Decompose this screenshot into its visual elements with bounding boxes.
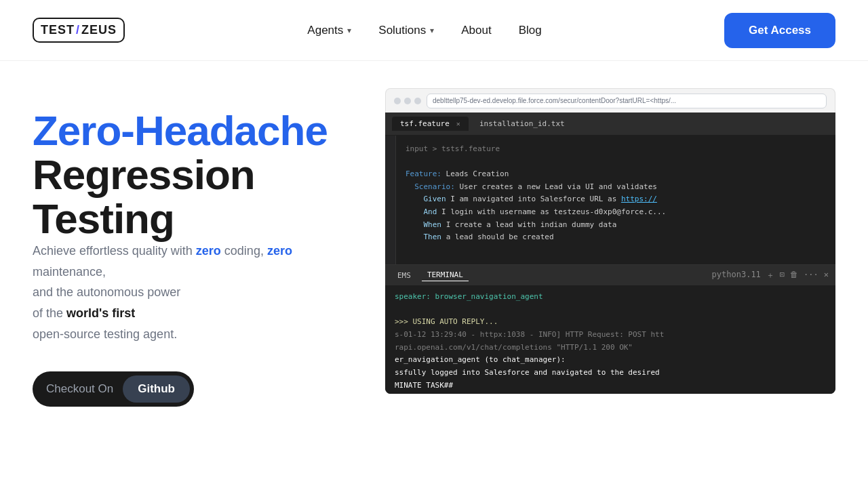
term-agent: er_navigation_agent (to chat_manager): (395, 354, 826, 367)
chevron-down-icon: ▾ (430, 26, 434, 35)
vscode-terminal: EMS TERMINAL python3.11 ＋ ⊡ 🗑 ··· ✕ spea… (385, 264, 835, 394)
term-end: MINATE TASK## (395, 380, 826, 392)
browser-dot-min (404, 98, 411, 104)
checkout-github-button[interactable]: Checkout On Github (33, 371, 194, 407)
code-when: When I create a lead with indian dummy d… (406, 219, 826, 231)
browser-dot-close (394, 98, 401, 104)
code-scenario: Scenario: User creates a new Lead via UI… (406, 181, 826, 193)
vscode-sidebar (385, 136, 396, 264)
nav-agents[interactable]: Agents ▾ (307, 24, 351, 37)
term-using: >>> USING AUTO REPLY... (395, 316, 826, 329)
logo[interactable]: TEST / ZEUS (33, 18, 125, 43)
tab-close-icon: ✕ (456, 120, 460, 127)
hero-heading-black: Regression Testing (33, 151, 255, 242)
term-log: s-01-12 13:29:40 - httpx:1038 - INFO] HT… (395, 329, 826, 342)
logo-zeus: ZEUS (81, 23, 117, 37)
term-speaker: speaker: browser_navigation_agent (395, 291, 826, 304)
term-success: ssfully logged into Salesforce and navig… (395, 367, 826, 380)
browser-dots (394, 98, 421, 104)
trash-icon: 🗑 (790, 270, 798, 281)
nav-about[interactable]: About (461, 24, 491, 37)
main-nav: Agents ▾ Solutions ▾ About Blog (307, 24, 541, 37)
code-then: Then a lead should be created (406, 231, 826, 243)
term-api: rapi.openai.com/v1/chat/completions "HTT… (395, 342, 826, 354)
vscode-content: input > tstsf.feature Feature: Leads Cre… (385, 136, 835, 264)
python-label: python3.11 (712, 270, 761, 281)
logo-test: TEST (41, 23, 75, 37)
browser-dot-max (414, 98, 421, 104)
nav-solutions[interactable]: Solutions ▾ (378, 24, 434, 37)
browser-bar: deblttellp75-dev-ed.develop.file.force.c… (385, 88, 835, 113)
close-icon: ✕ (824, 270, 829, 281)
vscode-editor: tsf.feature ✕ installation_id.txt input … (385, 113, 835, 394)
tab-terminal[interactable]: TERMINAL (422, 269, 469, 281)
hero-description: Achieve effortless quality with zero cod… (33, 241, 304, 344)
feature-value: Leads Creation (446, 169, 509, 178)
logo-slash: / (76, 23, 80, 37)
browser-url-bar: deblttellp75-dev-ed.develop.file.force.c… (427, 94, 827, 108)
vscode-tabs: tsf.feature ✕ installation_id.txt (385, 113, 835, 136)
terminal-content: speaker: browser_navigation_agent >>> US… (385, 285, 835, 394)
vscode-code-area: input > tstsf.feature Feature: Leads Cre… (396, 136, 835, 264)
tab-ems[interactable]: EMS (392, 270, 416, 281)
tab-feature[interactable]: tsf.feature ✕ (392, 117, 469, 131)
github-badge: Github (123, 375, 190, 403)
code-and: And I login with username as testzeus-d0… (406, 206, 826, 218)
chevron-down-icon: ▾ (347, 26, 351, 35)
terminal-icons: python3.11 ＋ ⊡ 🗑 ··· ✕ (712, 270, 829, 281)
editor-preview: deblttellp75-dev-ed.develop.file.force.c… (385, 88, 835, 394)
plus-icon: ＋ (766, 270, 774, 281)
tab-installation[interactable]: installation_id.txt (471, 117, 573, 131)
code-given: Given I am navigated into Salesforce URL… (406, 193, 826, 205)
ellipsis-icon: ··· (804, 270, 818, 281)
hero-section: Zero-Headache Regression Testing Achieve… (33, 102, 358, 407)
get-access-button[interactable]: Get Access (724, 13, 835, 48)
terminal-tabs: EMS TERMINAL python3.11 ＋ ⊡ 🗑 ··· ✕ (385, 265, 835, 285)
code-feature: Feature: Leads Creation (406, 168, 826, 180)
hero-heading-blue: Zero-Headache (33, 107, 328, 154)
split-icon: ⊡ (780, 270, 785, 281)
code-breadcrumb: input > tstsf.feature (406, 143, 826, 155)
nav-blog[interactable]: Blog (519, 24, 542, 37)
checkout-label: Checkout On (46, 382, 123, 396)
term-blank (395, 304, 826, 317)
